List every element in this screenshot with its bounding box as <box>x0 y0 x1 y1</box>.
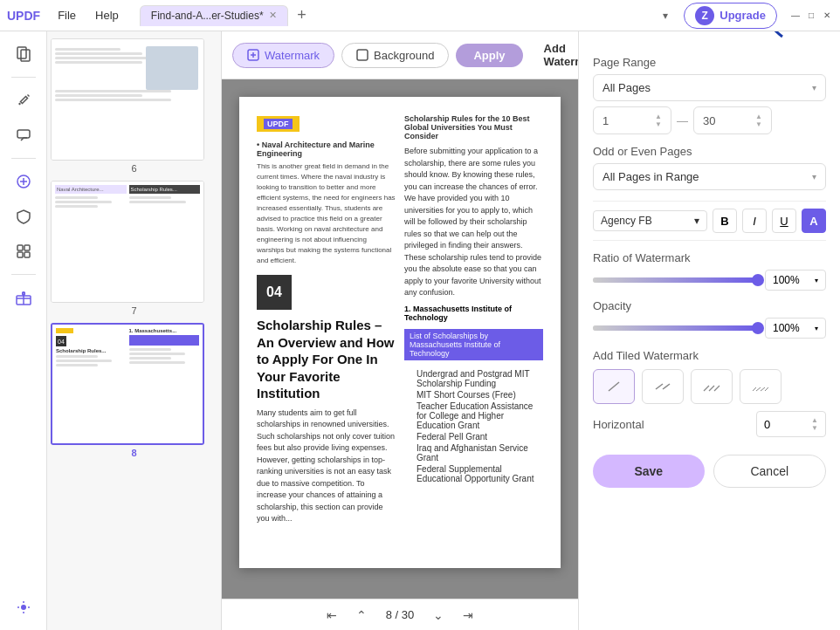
ratio-slider-track[interactable] <box>593 277 758 283</box>
horizontal-input[interactable]: 0 ▲ ▼ <box>756 411 826 437</box>
thumbnail-6[interactable]: 6 <box>51 38 217 174</box>
svg-rect-6 <box>17 252 23 257</box>
active-tab[interactable]: Find-and-A...er-Studies* ✕ <box>140 5 288 26</box>
ai-icon[interactable] <box>8 592 39 623</box>
thumb-label-8: 8 <box>51 448 217 458</box>
horizontal-up-icon[interactable]: ▲ <box>811 416 818 424</box>
svg-line-15 <box>609 382 619 391</box>
page-separator: / <box>396 608 402 621</box>
upgrade-button[interactable]: Z Upgrade <box>684 3 777 29</box>
svg-rect-4 <box>17 245 23 250</box>
menu-bar: File Help <box>49 5 127 25</box>
watermark-icon[interactable] <box>8 166 39 197</box>
horizontal-down-icon[interactable]: ▼ <box>811 424 818 432</box>
thumbnail-7[interactable]: Naval Architecture... Scholarship Rules.… <box>51 181 217 316</box>
font-toolbar: Agency FB ▾ B I U A <box>593 201 826 241</box>
arrow-annotation <box>713 31 817 49</box>
tab-bar: Find-and-A...er-Studies* ✕ + ▾ <box>140 5 671 26</box>
svg-line-16 <box>656 384 663 389</box>
pages-icon[interactable] <box>8 38 39 70</box>
prev-page-button[interactable]: ⌃ <box>349 603 374 627</box>
range-start-up[interactable]: ▲ <box>655 113 662 120</box>
protect-icon[interactable] <box>8 201 39 232</box>
tools-icon[interactable] <box>8 236 39 267</box>
doc-toolbar: Watermark Background Apply Add Watermark <box>222 31 578 79</box>
page-range-value: All Pages <box>602 81 651 94</box>
menu-file[interactable]: File <box>49 5 85 25</box>
svg-rect-5 <box>24 245 30 250</box>
range-end-input[interactable]: 30 ▲ ▼ <box>693 106 772 134</box>
comment-icon[interactable] <box>8 120 39 151</box>
ratio-slider-thumb[interactable] <box>752 274 764 286</box>
opacity-slider-row: 100% ▾ <box>593 318 826 339</box>
font-name: Agency FB <box>601 215 652 227</box>
tab-dropdown-icon[interactable]: ▾ <box>659 6 671 25</box>
separator-2 <box>11 158 36 159</box>
underline-button[interactable]: U <box>772 209 796 233</box>
opacity-slider-thumb[interactable] <box>752 322 764 334</box>
font-dropdown[interactable]: Agency FB ▾ <box>593 210 707 231</box>
page-grid: UPDF • Naval Architecture and Marine Eng… <box>257 114 543 525</box>
edit-icon[interactable] <box>8 85 39 116</box>
svg-line-24 <box>765 387 768 391</box>
svg-line-18 <box>704 386 709 391</box>
background-label: Background <box>374 49 434 62</box>
page-range-dropdown[interactable]: All Pages ▾ <box>593 74 826 101</box>
range-start-down[interactable]: ▼ <box>655 120 662 128</box>
page-range-arrow-icon: ▾ <box>812 83 816 92</box>
color-button[interactable]: A <box>802 209 826 233</box>
new-tab-button[interactable]: + <box>292 5 313 26</box>
thumbnail-8[interactable]: 04 Scholarship Rules... 1. Massachusetts… <box>51 323 217 458</box>
tile-single-button[interactable] <box>593 369 635 404</box>
naval-heading: • Naval Architecture and Marine Engineer… <box>257 140 396 158</box>
horizontal-label: Horizontal <box>593 418 644 431</box>
bullet-4: Federal Pell Grant <box>417 432 543 442</box>
page-info: 8 / 30 <box>379 608 422 621</box>
bullet-3: Teacher Education Assistance for College… <box>417 401 543 430</box>
cancel-button[interactable]: Cancel <box>713 455 827 488</box>
tiled-label: Add Tiled Watermark <box>593 349 826 362</box>
ratio-slider-fill <box>593 277 758 283</box>
odd-even-arrow-icon: ▾ <box>812 172 816 181</box>
odd-even-dropdown[interactable]: All Pages in Range ▾ <box>593 163 826 190</box>
tiled-watermark-row <box>593 369 826 404</box>
background-button[interactable]: Background <box>341 43 449 68</box>
range-end-up[interactable]: ▲ <box>755 113 762 120</box>
maximize-button[interactable]: □ <box>805 10 817 22</box>
page-range-inputs: 1 ▲ ▼ — 30 ▲ ▼ <box>593 106 826 134</box>
page-range-label: Page Range <box>593 56 826 69</box>
content-area: Watermark Background Apply Add Watermark <box>222 31 578 630</box>
opacity-slider-track[interactable] <box>593 325 758 331</box>
next-page-button[interactable]: ⌄ <box>426 603 451 627</box>
svg-point-9 <box>21 605 26 610</box>
range-start-input[interactable]: 1 ▲ ▼ <box>593 106 671 134</box>
right-panel: Page Range All Pages ▾ 1 ▲ ▼ — 30 ▲ ▼ <box>578 31 840 630</box>
svg-rect-0 <box>17 47 26 58</box>
menu-help[interactable]: Help <box>86 5 127 25</box>
range-start-value: 1 <box>602 114 609 127</box>
right-column: Scholarship Rules for the 10 Best Global… <box>404 114 543 525</box>
close-button[interactable]: ✕ <box>821 10 833 22</box>
svg-rect-1 <box>21 50 30 61</box>
range-end-down[interactable]: ▼ <box>755 120 762 128</box>
save-button[interactable]: Save <box>593 455 705 488</box>
current-page[interactable]: 8 <box>386 608 392 621</box>
gift-icon[interactable] <box>8 282 39 313</box>
italic-button[interactable]: I <box>742 209 767 233</box>
last-page-button[interactable]: ⇥ <box>456 603 480 627</box>
add-watermark-button[interactable]: Add Watermark <box>534 37 578 73</box>
tile-4x4-button[interactable] <box>740 369 781 404</box>
minimize-button[interactable]: — <box>789 10 802 22</box>
range-start-spinners: ▲ ▼ <box>655 113 662 128</box>
tab-close-icon[interactable]: ✕ <box>269 10 277 21</box>
ratio-value-text: 100% <box>773 274 800 286</box>
bold-button[interactable]: B <box>713 209 737 233</box>
apply-button[interactable]: Apply <box>456 44 522 67</box>
tile-3x3-button[interactable] <box>691 369 733 404</box>
first-page-button[interactable]: ⇤ <box>320 603 344 627</box>
bullet-5: Iraq and Afghanistan Service Grant <box>417 443 543 462</box>
scholarship-intro: Before submitting your application to a … <box>404 146 543 299</box>
tile-2x2-button[interactable] <box>642 369 684 404</box>
watermark-button[interactable]: Watermark <box>232 43 334 68</box>
page-content: UPDF • Naval Architecture and Marine Eng… <box>239 97 561 568</box>
